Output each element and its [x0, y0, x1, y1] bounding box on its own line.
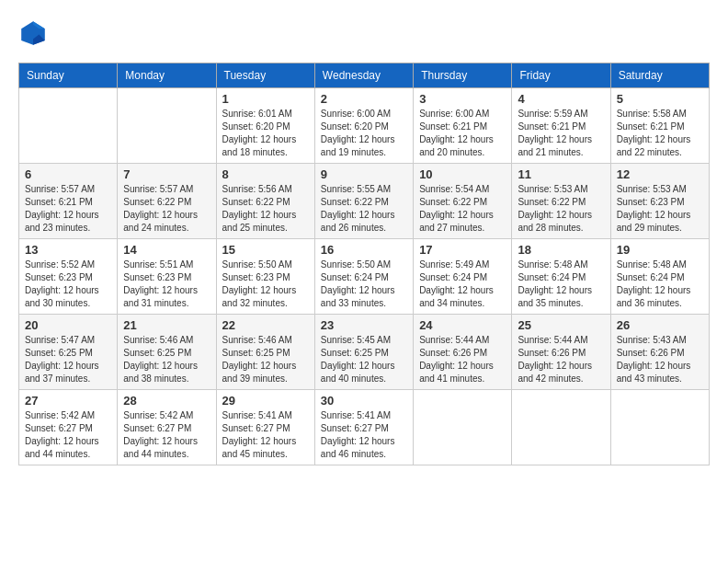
- day-info: Sunrise: 5:48 AM Sunset: 6:24 PM Dayligh…: [518, 259, 604, 310]
- day-number: 20: [25, 318, 111, 332]
- day-info: Sunrise: 5:59 AM Sunset: 6:21 PM Dayligh…: [518, 108, 604, 159]
- day-info: Sunrise: 5:51 AM Sunset: 6:23 PM Dayligh…: [123, 259, 210, 310]
- calendar-cell: 19Sunrise: 5:48 AM Sunset: 6:24 PM Dayli…: [610, 239, 709, 315]
- weekday-header-tuesday: Tuesday: [216, 63, 314, 88]
- calendar-week-row: 6Sunrise: 5:57 AM Sunset: 6:21 PM Daylig…: [19, 164, 710, 239]
- day-info: Sunrise: 5:58 AM Sunset: 6:21 PM Dayligh…: [617, 108, 703, 159]
- calendar-cell: 15Sunrise: 5:50 AM Sunset: 6:23 PM Dayli…: [216, 239, 314, 315]
- day-number: 1: [222, 92, 309, 106]
- day-info: Sunrise: 5:52 AM Sunset: 6:23 PM Dayligh…: [25, 259, 111, 310]
- day-number: 29: [222, 394, 309, 408]
- calendar-week-row: 20Sunrise: 5:47 AM Sunset: 6:25 PM Dayli…: [19, 315, 710, 390]
- day-number: 2: [321, 92, 407, 106]
- day-info: Sunrise: 5:42 AM Sunset: 6:27 PM Dayligh…: [123, 409, 210, 461]
- day-number: 5: [617, 92, 703, 106]
- calendar-cell: 27Sunrise: 5:42 AM Sunset: 6:27 PM Dayli…: [19, 390, 118, 465]
- day-number: 23: [321, 318, 407, 332]
- day-number: 14: [123, 243, 210, 257]
- weekday-header-wednesday: Wednesday: [314, 63, 413, 88]
- calendar-cell: 12Sunrise: 5:53 AM Sunset: 6:23 PM Dayli…: [610, 164, 709, 239]
- page-header: [18, 18, 710, 48]
- day-number: 9: [321, 167, 407, 181]
- calendar-cell: 28Sunrise: 5:42 AM Sunset: 6:27 PM Dayli…: [118, 390, 216, 465]
- day-number: 4: [518, 92, 604, 106]
- weekday-header-thursday: Thursday: [414, 63, 512, 88]
- calendar-cell: 4Sunrise: 5:59 AM Sunset: 6:21 PM Daylig…: [512, 88, 610, 164]
- calendar-cell: 5Sunrise: 5:58 AM Sunset: 6:21 PM Daylig…: [610, 88, 709, 164]
- day-number: 16: [321, 243, 407, 257]
- calendar-cell: 20Sunrise: 5:47 AM Sunset: 6:25 PM Dayli…: [19, 315, 118, 390]
- day-info: Sunrise: 5:44 AM Sunset: 6:26 PM Dayligh…: [419, 334, 506, 385]
- day-info: Sunrise: 5:42 AM Sunset: 6:27 PM Dayligh…: [25, 409, 111, 461]
- calendar-table: SundayMondayTuesdayWednesdayThursdayFrid…: [18, 63, 710, 465]
- logo: [18, 18, 51, 48]
- day-number: 6: [25, 167, 111, 181]
- calendar-cell: 8Sunrise: 5:56 AM Sunset: 6:22 PM Daylig…: [216, 164, 314, 239]
- calendar-cell: 16Sunrise: 5:50 AM Sunset: 6:24 PM Dayli…: [314, 239, 413, 315]
- day-number: 10: [419, 167, 506, 181]
- day-number: 22: [222, 318, 309, 332]
- calendar-cell: 13Sunrise: 5:52 AM Sunset: 6:23 PM Dayli…: [19, 239, 118, 315]
- day-number: 3: [419, 92, 506, 106]
- day-info: Sunrise: 5:48 AM Sunset: 6:24 PM Dayligh…: [617, 259, 703, 310]
- weekday-header-sunday: Sunday: [19, 63, 118, 88]
- day-number: 25: [518, 318, 604, 332]
- day-number: 30: [321, 394, 407, 408]
- day-number: 8: [222, 167, 309, 181]
- day-info: Sunrise: 5:50 AM Sunset: 6:23 PM Dayligh…: [222, 259, 309, 310]
- calendar-cell: 6Sunrise: 5:57 AM Sunset: 6:21 PM Daylig…: [19, 164, 118, 239]
- day-info: Sunrise: 5:45 AM Sunset: 6:25 PM Dayligh…: [321, 334, 407, 385]
- day-number: 7: [123, 167, 210, 181]
- day-info: Sunrise: 5:49 AM Sunset: 6:24 PM Dayligh…: [419, 259, 506, 310]
- day-info: Sunrise: 5:47 AM Sunset: 6:25 PM Dayligh…: [25, 334, 111, 385]
- day-number: 21: [123, 318, 210, 332]
- calendar-cell: 14Sunrise: 5:51 AM Sunset: 6:23 PM Dayli…: [118, 239, 216, 315]
- day-number: 12: [617, 167, 703, 181]
- calendar-cell: 30Sunrise: 5:41 AM Sunset: 6:27 PM Dayli…: [314, 390, 413, 465]
- calendar-cell: 25Sunrise: 5:44 AM Sunset: 6:26 PM Dayli…: [512, 315, 610, 390]
- day-number: 18: [518, 243, 604, 257]
- calendar-cell: 17Sunrise: 5:49 AM Sunset: 6:24 PM Dayli…: [414, 239, 512, 315]
- day-info: Sunrise: 5:43 AM Sunset: 6:26 PM Dayligh…: [617, 334, 703, 385]
- day-info: Sunrise: 5:55 AM Sunset: 6:22 PM Dayligh…: [321, 183, 407, 235]
- weekday-header-monday: Monday: [118, 63, 216, 88]
- calendar-cell: [19, 88, 118, 164]
- weekday-header-row: SundayMondayTuesdayWednesdayThursdayFrid…: [19, 63, 710, 88]
- day-info: Sunrise: 5:44 AM Sunset: 6:26 PM Dayligh…: [518, 334, 604, 385]
- calendar-cell: 7Sunrise: 5:57 AM Sunset: 6:22 PM Daylig…: [118, 164, 216, 239]
- calendar-cell: 29Sunrise: 5:41 AM Sunset: 6:27 PM Dayli…: [216, 390, 314, 465]
- day-number: 15: [222, 243, 309, 257]
- weekday-header-friday: Friday: [512, 63, 610, 88]
- calendar-cell: [414, 390, 512, 465]
- day-info: Sunrise: 5:53 AM Sunset: 6:22 PM Dayligh…: [518, 183, 604, 235]
- day-info: Sunrise: 6:00 AM Sunset: 6:21 PM Dayligh…: [419, 108, 506, 159]
- day-info: Sunrise: 5:54 AM Sunset: 6:22 PM Dayligh…: [419, 183, 506, 235]
- calendar-cell: 21Sunrise: 5:46 AM Sunset: 6:25 PM Dayli…: [118, 315, 216, 390]
- calendar-cell: 10Sunrise: 5:54 AM Sunset: 6:22 PM Dayli…: [414, 164, 512, 239]
- day-number: 24: [419, 318, 506, 332]
- calendar-cell: [118, 88, 216, 164]
- weekday-header-saturday: Saturday: [610, 63, 709, 88]
- calendar-cell: 3Sunrise: 6:00 AM Sunset: 6:21 PM Daylig…: [414, 88, 512, 164]
- calendar-cell: [610, 390, 709, 465]
- day-number: 28: [123, 394, 210, 408]
- day-number: 17: [419, 243, 506, 257]
- calendar-cell: 26Sunrise: 5:43 AM Sunset: 6:26 PM Dayli…: [610, 315, 709, 390]
- calendar-cell: 23Sunrise: 5:45 AM Sunset: 6:25 PM Dayli…: [314, 315, 413, 390]
- day-number: 27: [25, 394, 111, 408]
- day-info: Sunrise: 6:01 AM Sunset: 6:20 PM Dayligh…: [222, 108, 309, 159]
- calendar-cell: 22Sunrise: 5:46 AM Sunset: 6:25 PM Dayli…: [216, 315, 314, 390]
- calendar-cell: 1Sunrise: 6:01 AM Sunset: 6:20 PM Daylig…: [216, 88, 314, 164]
- day-number: 13: [25, 243, 111, 257]
- day-number: 19: [617, 243, 703, 257]
- calendar-week-row: 27Sunrise: 5:42 AM Sunset: 6:27 PM Dayli…: [19, 390, 710, 465]
- calendar-cell: 18Sunrise: 5:48 AM Sunset: 6:24 PM Dayli…: [512, 239, 610, 315]
- day-info: Sunrise: 5:50 AM Sunset: 6:24 PM Dayligh…: [321, 259, 407, 310]
- day-info: Sunrise: 5:41 AM Sunset: 6:27 PM Dayligh…: [321, 409, 407, 461]
- day-info: Sunrise: 5:41 AM Sunset: 6:27 PM Dayligh…: [222, 409, 309, 461]
- calendar-week-row: 13Sunrise: 5:52 AM Sunset: 6:23 PM Dayli…: [19, 239, 710, 315]
- calendar-week-row: 1Sunrise: 6:01 AM Sunset: 6:20 PM Daylig…: [19, 88, 710, 164]
- day-info: Sunrise: 5:57 AM Sunset: 6:21 PM Dayligh…: [25, 183, 111, 235]
- calendar-cell: 11Sunrise: 5:53 AM Sunset: 6:22 PM Dayli…: [512, 164, 610, 239]
- day-number: 11: [518, 167, 604, 181]
